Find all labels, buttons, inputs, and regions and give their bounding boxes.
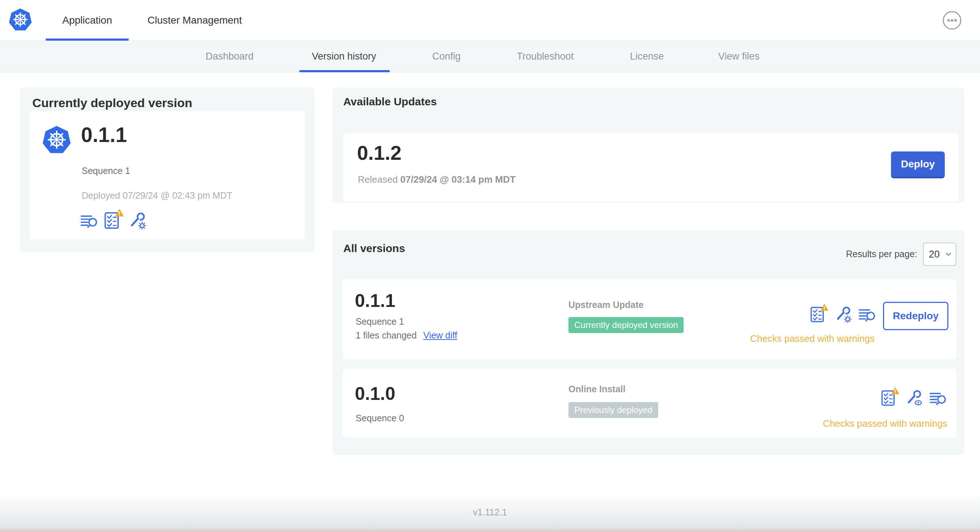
checks-status-text: Checks passed with warnings <box>751 333 875 344</box>
tab-cluster-management[interactable]: Cluster Management <box>140 0 249 41</box>
subnav-tab-config[interactable]: Config <box>432 41 461 72</box>
config-gear-icon[interactable] <box>835 306 852 323</box>
row-actions <box>810 300 877 323</box>
kubernetes-logo <box>8 8 33 32</box>
released-date: 07/29/24 @ 03:14 pm MDT <box>400 174 515 185</box>
available-updates-title: Available Updates <box>343 95 437 108</box>
subnav-tab-troubleshoot[interactable]: Troubleshoot <box>517 41 574 72</box>
row-sequence: Sequence 1 <box>356 316 404 327</box>
status-badge: Currently deployed version <box>568 317 684 333</box>
chevron-down-icon <box>945 253 951 256</box>
page-footer: v1.112.1 <box>0 493 980 531</box>
row-version-number: 0.1.1 <box>355 290 395 311</box>
admin-console-page: Application Cluster Management Dashboard… <box>0 0 980 531</box>
ellipsis-icon <box>942 11 962 30</box>
row-sequence: Sequence 0 <box>356 413 404 423</box>
update-row: 0.1.2 Released 07/29/24 @ 03:14 pm MDT D… <box>343 133 959 202</box>
subnav-tab-view-files[interactable]: View files <box>718 41 759 72</box>
subnav-tab-dashboard[interactable]: Dashboard <box>205 41 253 72</box>
files-changed-line: 1 files changed View diff <box>356 330 457 341</box>
status-badge: Previously deployed <box>568 402 658 418</box>
overflow-menu-button[interactable] <box>942 11 962 30</box>
deploy-button[interactable]: Deploy <box>891 151 945 177</box>
results-per-page-value: 20 <box>929 249 940 260</box>
deployed-version-actions <box>80 207 146 229</box>
all-versions-title: All versions <box>343 242 405 254</box>
app-subnav: Dashboard Version history Config Trouble… <box>0 41 980 72</box>
all-versions-card: All versions Results per page: 20 0.1.1 … <box>332 230 964 455</box>
row-source-label: Online Install <box>568 384 625 394</box>
row-source-label: Upstream Update <box>568 300 644 310</box>
subnav-tab-license[interactable]: License <box>630 41 663 72</box>
redeploy-button[interactable]: Redeploy <box>883 302 948 330</box>
results-per-page-select[interactable]: 20 <box>923 243 956 266</box>
tab-application[interactable]: Application <box>46 0 129 41</box>
row-version-number: 0.1.0 <box>355 383 395 404</box>
currently-deployed-inner-card: 0.1.1 Sequence 1 Deployed 07/29/24 @ 02:… <box>29 111 305 239</box>
currently-deployed-title: Currently deployed version <box>32 96 192 110</box>
kubernetes-app-icon <box>41 125 72 156</box>
subnav-tab-version-history[interactable]: Version history <box>312 41 376 72</box>
files-changed-label: 1 files changed <box>356 330 417 341</box>
update-version-number: 0.1.2 <box>357 141 401 165</box>
deployed-sequence: Sequence 1 <box>82 165 130 176</box>
preflight-checks-warning-icon[interactable] <box>810 303 829 323</box>
top-header: Application Cluster Management <box>0 0 980 41</box>
results-per-page-label: Results per page: <box>846 249 917 259</box>
deployed-timestamp: Deployed 07/29/24 @ 02:43 pm MDT <box>82 190 232 201</box>
version-row: 0.1.0 Sequence 0 Online Install Previous… <box>342 369 956 438</box>
preflight-checks-warning-icon[interactable] <box>880 387 899 406</box>
config-gear-icon[interactable] <box>129 212 146 229</box>
version-row: 0.1.1 Sequence 1 1 files changed View di… <box>342 279 956 359</box>
active-tab-underline <box>299 70 390 72</box>
released-label: Released <box>358 174 398 185</box>
row-actions <box>880 383 947 406</box>
deploy-logs-icon[interactable] <box>929 391 947 406</box>
console-version: v1.112.1 <box>473 507 507 518</box>
deploy-logs-icon[interactable] <box>80 213 99 229</box>
update-released-line: Released 07/29/24 @ 03:14 pm MDT <box>358 174 515 185</box>
deploy-logs-icon[interactable] <box>858 308 877 323</box>
available-updates-card: Available Updates 0.1.2 Released 07/29/2… <box>332 87 964 203</box>
currently-deployed-card: Currently deployed version 0.1.1 Sequenc… <box>20 87 314 253</box>
config-view-icon[interactable] <box>906 390 923 406</box>
preflight-checks-warning-icon[interactable] <box>103 208 124 229</box>
checks-status-text: Checks passed with warnings <box>823 418 948 429</box>
view-diff-link[interactable]: View diff <box>423 330 457 341</box>
deployed-version-number: 0.1.1 <box>81 123 127 147</box>
